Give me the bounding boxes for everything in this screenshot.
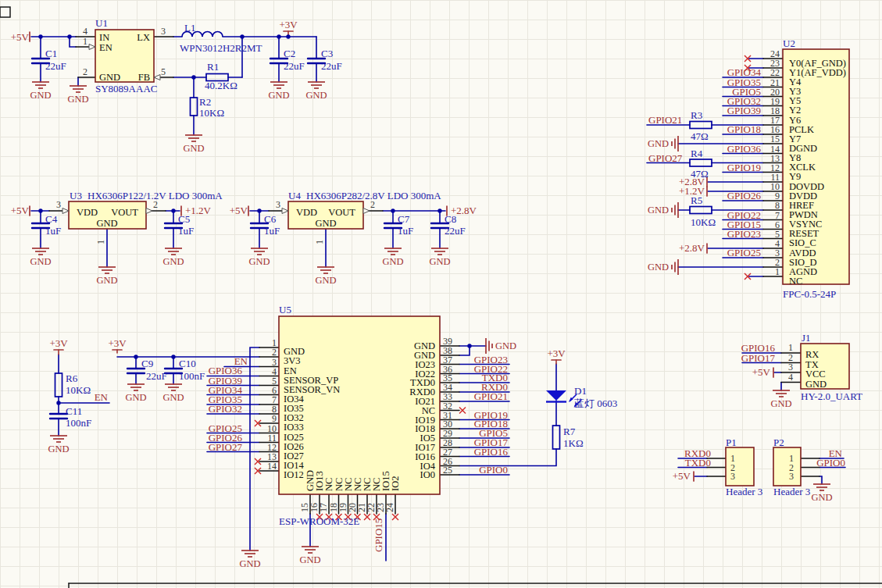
annotation-text[interactable]: 1uF [178, 225, 194, 237]
annotation-text[interactable]: 1KΩ [563, 437, 584, 449]
annotation-text[interactable]: J1 [802, 332, 811, 344]
annotation-text[interactable]: 22uF [445, 225, 466, 237]
annotation-text[interactable]: WPN3012H2R2MT [180, 42, 262, 54]
ground-symbol[interactable]: GND [648, 202, 678, 218]
annotation-text[interactable]: 22uF [146, 370, 167, 382]
net-label[interactable]: +3V [108, 337, 127, 349]
annotation-text[interactable]: 1uF [398, 225, 413, 237]
ground-symbol[interactable]: GND [486, 338, 516, 354]
ground-symbol[interactable]: GND [770, 390, 791, 409]
net-label[interactable]: +1.2V [679, 185, 705, 197]
annotation-text[interactable]: 10KΩ [691, 216, 716, 228]
ground-symbol[interactable]: GND [648, 259, 678, 275]
resistor-body[interactable] [553, 426, 560, 449]
annotation-text[interactable]: Header 3 [773, 486, 810, 497]
annotation-text[interactable]: 22uF [284, 60, 305, 72]
net-label[interactable]: EN [95, 391, 109, 403]
ground-symbol[interactable]: GND [811, 484, 832, 503]
annotation-text[interactable]: U3 [70, 190, 82, 201]
net-label[interactable]: +5V [11, 31, 30, 43]
net-label[interactable]: +1.2V [185, 205, 212, 216]
net-label[interactable]: GPIO23 [727, 228, 761, 240]
net-label[interactable]: +5V [11, 205, 30, 216]
annotation-text[interactable]: 22uF [45, 60, 66, 72]
ground-symbol[interactable]: GND [299, 547, 320, 565]
wire[interactable] [820, 476, 822, 484]
annotation-text[interactable]: R1 [207, 61, 219, 73]
annotation-text[interactable]: R2 [199, 96, 211, 108]
net-label[interactable]: GPIO0 [816, 457, 845, 469]
net-label[interactable]: GPIO21 [648, 114, 682, 126]
annotation-text[interactable]: R4 [691, 148, 703, 159]
net-label[interactable]: GPIO27 [648, 152, 683, 164]
net-label[interactable]: GPIO27 [209, 441, 243, 453]
net-label[interactable]: GPIO25 [727, 247, 761, 258]
ground-symbol[interactable]: GND [315, 267, 336, 286]
ground-symbol[interactable]: GND [248, 248, 270, 267]
annotation-text[interactable]: P1 [726, 437, 737, 448]
net-label[interactable]: GPIO16 [474, 446, 509, 458]
net-label[interactable]: GPIO26 [727, 190, 762, 201]
annotation-text[interactable]: 10KΩ [199, 107, 224, 119]
annotation-text[interactable]: SY8089AAAC [95, 83, 157, 94]
ground-symbol[interactable]: GND [48, 436, 69, 454]
resistor-body[interactable] [690, 159, 712, 166]
annotation-text[interactable]: Header 3 [726, 486, 762, 497]
net-label[interactable]: GPIO15 [373, 519, 384, 552]
capacitor-symbol[interactable] [50, 414, 67, 419]
net-label[interactable]: +2.8V [679, 242, 705, 254]
ground-symbol[interactable]: GND [96, 267, 117, 286]
net-label[interactable]: GPIO39 [727, 105, 761, 116]
ground-symbol[interactable]: GND [268, 82, 289, 101]
annotation-text[interactable]: C11 [66, 405, 82, 417]
resistor-body[interactable] [55, 373, 62, 397]
net-label[interactable]: GPIO0 [479, 464, 508, 476]
annotation-text[interactable]: R7 [563, 426, 576, 437]
annotation-text[interactable]: 蓝灯 0603 [574, 397, 617, 409]
annotation-text[interactable]: C4 [45, 213, 58, 225]
annotation-text[interactable]: C10 [179, 358, 196, 369]
ground-symbol[interactable]: GND [429, 248, 450, 267]
annotation-text[interactable]: C9 [141, 358, 153, 369]
annotation-text[interactable]: FPC-0.5-24P [783, 288, 836, 300]
net-label[interactable]: GPIO18 [727, 123, 761, 135]
annotation-text[interactable]: 1uF [264, 225, 280, 237]
annotation-text[interactable]: HY-2.0_UART [801, 390, 862, 402]
ground-symbol[interactable]: GND [125, 384, 146, 403]
annotation-text[interactable]: L1 [184, 22, 195, 34]
net-label[interactable]: +2.8V [451, 205, 477, 216]
annotation-text[interactable]: R3 [691, 109, 702, 121]
annotation-text[interactable]: ESP-WROOM-32E [279, 515, 359, 527]
component-body-p2[interactable] [773, 447, 801, 486]
resistor-body[interactable] [690, 207, 712, 214]
annotation-text[interactable]: U2 [783, 37, 795, 49]
net-label[interactable]: +5V [230, 205, 248, 216]
ground-symbol[interactable]: GND [67, 86, 88, 105]
annotation-text[interactable]: 47Ω [691, 130, 709, 142]
ground-symbol[interactable]: GND [239, 551, 260, 569]
annotation-text[interactable]: U5 [279, 304, 291, 315]
annotation-text[interactable]: 100nF [66, 417, 91, 429]
annotation-text[interactable]: P2 [773, 437, 784, 448]
annotation-text[interactable]: R6 [66, 372, 78, 384]
net-label[interactable]: +5V [752, 366, 771, 378]
ground-symbol[interactable]: GND [382, 248, 403, 267]
ground-symbol[interactable]: GND [162, 384, 184, 403]
annotation-text[interactable]: C1 [45, 48, 57, 59]
resistor-body[interactable] [191, 98, 198, 116]
annotation-text[interactable]: C2 [284, 48, 295, 59]
net-label[interactable]: GPIO21 [474, 390, 508, 402]
annotation-text[interactable]: C3 [321, 48, 333, 59]
net-label[interactable]: +3V [49, 337, 68, 349]
net-label[interactable]: +5V [673, 470, 691, 482]
annotation-text[interactable]: 1uF [45, 225, 61, 237]
ground-symbol[interactable]: GND [648, 136, 678, 151]
annotation-text[interactable]: D1 [574, 385, 587, 397]
net-label[interactable]: TXD0 [685, 457, 711, 469]
annotation-text[interactable]: C6 [264, 213, 277, 225]
annotation-text[interactable]: C7 [398, 213, 410, 225]
wire[interactable] [250, 347, 259, 551]
annotation-text[interactable]: U1 [95, 17, 108, 29]
ground-symbol[interactable]: GND [183, 135, 204, 154]
ground-symbol[interactable]: GND [30, 82, 51, 101]
